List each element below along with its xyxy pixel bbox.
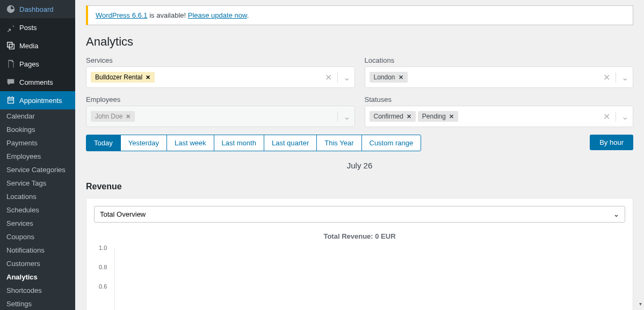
revenue-overview-select[interactable]: Total Overview ⌄	[94, 206, 625, 223]
menu-item-media[interactable]: Media	[0, 36, 75, 55]
revenue-card: Total Overview ⌄ Total Revenue: 0 EUR 0.…	[86, 198, 633, 310]
menu-item-dashboard[interactable]: Dashboard	[0, 0, 75, 18]
by-hour-button[interactable]: By hour	[590, 135, 633, 150]
menu-item-appointments[interactable]: Appointments	[0, 91, 75, 109]
services-filter[interactable]: Bulldozer Rental✕ ✕ ⌄	[86, 67, 355, 88]
main-content: WordPress 6.6.1 is available! Please upd…	[75, 0, 644, 310]
submenu-payments[interactable]: Payments	[0, 136, 75, 150]
chevron-down-icon: ⌄	[613, 210, 619, 218]
chevron-down-icon: ⌄	[337, 112, 350, 122]
calendar-icon	[5, 95, 16, 106]
revenue-chart: Total Revenue: 0 EUR 0.60.81.0	[94, 232, 625, 310]
remove-tag-icon[interactable]: ✕	[449, 113, 454, 120]
dashboard-icon	[5, 4, 16, 14]
date-range-group: TodayYesterdayLast weekLast monthLast qu…	[86, 135, 421, 151]
date-btn-last-quarter[interactable]: Last quarter	[264, 135, 317, 151]
comments-icon	[5, 77, 16, 87]
clear-icon[interactable]: ✕	[603, 112, 610, 122]
menu-item-posts[interactable]: Posts	[0, 18, 75, 36]
date-btn-today[interactable]: Today	[86, 135, 121, 151]
status-tag: Confirmed✕	[370, 111, 416, 122]
remove-tag-icon[interactable]: ✕	[407, 113, 411, 120]
media-icon	[5, 40, 16, 51]
date-btn-this-year[interactable]: This Year	[316, 135, 361, 151]
clear-icon[interactable]: ✕	[603, 72, 610, 83]
ytick: 1.0	[99, 245, 107, 251]
menu-item-comments[interactable]: Comments	[0, 73, 75, 91]
submenu-services[interactable]: Services	[0, 217, 75, 230]
ytick: 0.8	[99, 264, 107, 270]
submenu-settings[interactable]: Settings	[0, 297, 75, 310]
current-date-label: July 26	[86, 161, 633, 170]
statuses-label: Statuses	[365, 95, 634, 104]
remove-tag-icon[interactable]: ✕	[146, 74, 150, 81]
update-now-link[interactable]: Please update now	[188, 11, 247, 19]
date-btn-last-month[interactable]: Last month	[214, 135, 264, 151]
submenu-service-tags[interactable]: Service Tags	[0, 176, 75, 190]
wp-version-link[interactable]: WordPress 6.6.1	[96, 11, 148, 19]
remove-tag-icon[interactable]: ✕	[399, 74, 403, 81]
date-btn-yesterday[interactable]: Yesterday	[120, 135, 167, 151]
chevron-down-icon[interactable]: ⌄	[616, 72, 628, 83]
submenu-calendar[interactable]: Calendar	[0, 109, 75, 123]
submenu-bookings[interactable]: Bookings	[0, 123, 75, 136]
pages-icon	[5, 58, 16, 69]
page-title: Analytics	[86, 35, 633, 49]
menu-item-pages[interactable]: Pages	[0, 55, 75, 73]
chart-title: Total Revenue: 0 EUR	[99, 232, 620, 240]
submenu-employees[interactable]: Employees	[0, 150, 75, 163]
svg-rect-0	[9, 100, 10, 101]
locations-label: Locations	[365, 56, 634, 64]
date-btn-custom-range[interactable]: Custom range	[361, 135, 422, 151]
chevron-down-icon[interactable]: ⌄	[337, 72, 350, 83]
revenue-heading: Revenue	[86, 182, 633, 191]
services-label: Services	[86, 56, 355, 64]
location-tag: London✕	[370, 72, 408, 83]
appointments-submenu: CalendarBookingsPaymentsEmployeesService…	[0, 109, 75, 310]
remove-tag-icon: ✕	[126, 113, 131, 120]
service-tag: Bulldozer Rental✕	[91, 72, 155, 83]
submenu-shortcodes[interactable]: Shortcodes	[0, 284, 75, 297]
submenu-locations[interactable]: Locations	[0, 190, 75, 203]
employees-label: Employees	[86, 95, 355, 104]
date-btn-last-week[interactable]: Last week	[167, 135, 214, 151]
submenu-analytics[interactable]: Analytics	[0, 270, 75, 284]
employees-filter: John Doe✕ ⌄	[86, 106, 355, 127]
scroll-indicator-icon: ▾	[639, 301, 642, 307]
statuses-filter[interactable]: Confirmed✕ Pending✕ ✕ ⌄	[365, 106, 634, 127]
employee-tag: John Doe✕	[91, 111, 135, 122]
clear-icon[interactable]: ✕	[325, 72, 332, 83]
status-tag: Pending✕	[418, 111, 458, 122]
pin-icon	[5, 22, 16, 33]
submenu-customers[interactable]: Customers	[0, 257, 75, 270]
submenu-schedules[interactable]: Schedules	[0, 203, 75, 217]
submenu-coupons[interactable]: Coupons	[0, 230, 75, 243]
admin-sidebar: DashboardPostsMediaPagesCommentsAppointm…	[0, 0, 75, 310]
chevron-down-icon[interactable]: ⌄	[616, 112, 628, 122]
ytick: 0.6	[99, 283, 107, 290]
submenu-notifications[interactable]: Notifications	[0, 243, 75, 257]
submenu-service-categories[interactable]: Service Categories	[0, 163, 75, 176]
update-notice: WordPress 6.6.1 is available! Please upd…	[86, 5, 633, 25]
locations-filter[interactable]: London✕ ✕ ⌄	[365, 67, 634, 88]
svg-rect-2	[12, 100, 13, 101]
svg-rect-1	[10, 100, 11, 101]
